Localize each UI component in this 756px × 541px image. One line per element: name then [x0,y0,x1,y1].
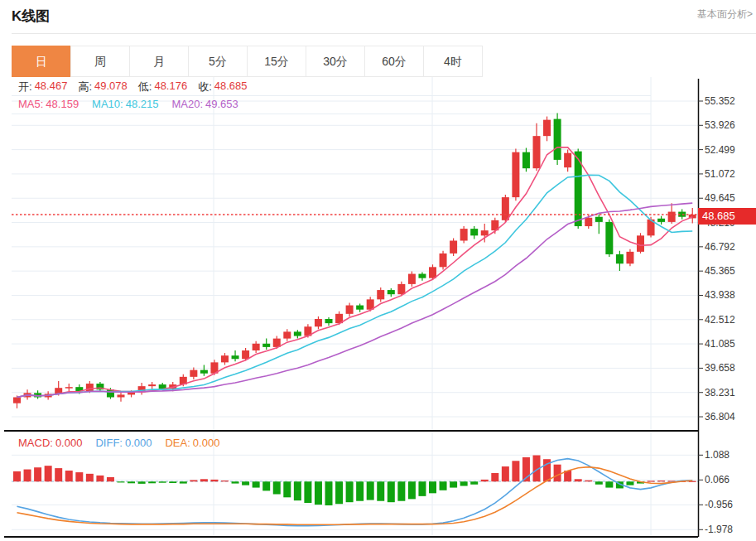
price-axis-label: 39.658 [705,362,754,374]
ma5-legend: MA5:48.159 [18,98,79,110]
tab-周[interactable]: 周 [70,46,130,77]
macd-axis-label: 0.066 [705,474,754,485]
tab-15分[interactable]: 15分 [247,46,306,77]
macd-hist-bar [190,480,197,481]
high-label: 高: [78,80,92,94]
macd-hist-bar [315,481,322,505]
macd-hist-bar [512,461,519,481]
candle-body [232,355,239,359]
ma20-value: 49.653 [205,98,238,110]
candle-body [325,319,333,323]
diff-line [17,459,693,526]
candle-body [616,254,624,263]
macd-hist-bar [283,481,291,497]
macd-hist-bar [429,481,436,493]
macd-axis-label: 1.088 [705,449,754,461]
macd-hist-bar [304,481,311,503]
tab-30分[interactable]: 30分 [306,46,365,77]
fundamental-analysis-link[interactable]: 基本面分析> [697,7,753,22]
macd-hist-bar [356,481,364,500]
macd-hist-bar [118,481,125,482]
macd-hist-bar [34,467,41,481]
dea-label: DEA: [165,437,190,449]
macd-hist-bar [554,465,561,482]
ma20-legend: MA20:49.653 [171,98,238,110]
macd-hist-bar [262,481,270,490]
macd-hist-bar [75,472,83,481]
macd-hist-bar [418,481,426,496]
macd-hist-bar [273,481,281,494]
macd-hist-bar [397,481,405,500]
diff-value: 0.000 [125,437,152,449]
candle-body [564,153,571,167]
macd-hist-bar [575,479,582,481]
macd-hist-bar [169,481,176,483]
price-axis-label: 55.352 [705,95,754,107]
candle-body [148,384,156,386]
ohlc-close: 收:48.685 [198,80,247,94]
tab-5分[interactable]: 5分 [188,46,248,77]
tab-日[interactable]: 日 [12,46,71,77]
candle-body [470,229,478,235]
price-axis-label: 51.072 [705,168,754,180]
candle-body [262,344,270,347]
dea-value-legend: DEA:0.000 [165,437,219,449]
ma5-value: 48.159 [46,98,79,110]
price-axis-label: 42.512 [705,314,754,326]
close-label: 收: [198,80,212,94]
candle-body [315,319,322,326]
price-axis-label: 46.792 [705,241,754,253]
price-axis-label: 49.645 [705,192,754,204]
macd-hist-bar [388,481,395,502]
kline-app: K线图 基本面分析> 日周月5分15分30分60分4时 开:48.467 高:4… [0,0,756,541]
tab-4时[interactable]: 4时 [423,46,483,77]
candle-body [626,252,633,263]
open-value: 48.467 [35,80,68,94]
tab-60分[interactable]: 60分 [364,46,424,77]
candle-body [190,370,197,377]
macd-hist-bar [450,481,457,487]
interval-tabbar: 日周月5分15分30分60分4时 [12,46,483,77]
candle-body [283,331,291,338]
macd-hist-bar [180,481,187,483]
macd-hist-bar [325,481,333,505]
macd-hist-bar [377,481,384,500]
candle-body [388,290,395,294]
macd-hist-bar [585,481,592,481]
macd-hist-bar [460,481,468,485]
candle-body [595,217,603,222]
macd-hist-bar [138,481,146,484]
candle-body [522,152,530,169]
macd-hist-bar [96,476,104,481]
macd-hist-bar [502,466,509,481]
macd-axis-label: -0.956 [705,499,754,510]
macd-hist-bar [45,466,52,481]
candle-body [346,306,354,314]
macd-hist-bar [13,471,21,481]
macd-hist-bar [657,481,665,481]
price-axis-label: 41.085 [705,338,754,350]
candle-body [668,212,676,222]
candle-body [533,136,541,168]
diff-label: DIFF: [95,437,123,449]
dea-value: 0.000 [193,437,220,449]
macd-hist-bar [253,481,260,487]
ohlc-row: 开:48.467 高:49.078 低:48.176 收:48.685 [18,80,248,94]
candle-body [418,274,426,278]
macd-hist-bar [221,481,229,481]
candle-body [429,267,436,278]
macd-hist-bar [86,474,94,481]
tab-月[interactable]: 月 [129,46,189,77]
macd-hist-bar [335,481,343,504]
macd-value: 0.000 [55,437,83,449]
macd-hist-bar [159,481,166,482]
price-axis-label: 45.365 [705,265,754,277]
price-axis-label: 36.804 [705,411,754,423]
macd-hist-bar [605,481,613,487]
ma5-label: MA5: [18,98,43,110]
ma10-legend: MA10:48.215 [92,98,158,110]
high-value: 49.078 [94,80,128,94]
candle-body [408,274,416,284]
open-label: 开: [18,80,32,94]
macd-label: MACD: [18,437,53,449]
